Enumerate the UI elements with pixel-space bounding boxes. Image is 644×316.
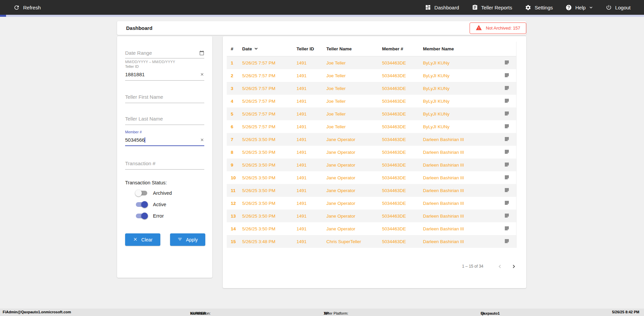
row-date: 5/26/25 3:50 PM (242, 163, 297, 168)
note-icon[interactable] (504, 226, 509, 232)
status-bar: FiAdmin@Qaxpauto1.onmicrosoft.com Workst… (0, 309, 644, 316)
switch-knob (141, 213, 148, 219)
row-member-name: ByLyJI KUNy (423, 73, 500, 78)
transaction-number-field[interactable]: Transaction # (125, 157, 204, 170)
column-header-member-number[interactable]: Member # (382, 46, 423, 51)
page-title: Dashboard (126, 25, 152, 31)
error-toggle-label: Error (153, 213, 164, 219)
nav-dashboard[interactable]: Dashboard (425, 4, 459, 10)
table-row[interactable]: 13 5/26/25 3:50 PM 1491 Jane Operator 50… (227, 210, 516, 222)
row-member-number: 5034463DE (382, 163, 423, 168)
nav-help[interactable]: Help (566, 4, 593, 11)
column-header-date[interactable]: Date (242, 46, 297, 52)
teller-id-label: Teller ID (125, 64, 204, 69)
transaction-status-label: Transaction Status: (125, 180, 204, 185)
table-row[interactable]: 9 5/26/25 3:50 PM 1491 Jane Operator 503… (227, 159, 516, 171)
table-row[interactable]: 2 5/26/25 7:57 PM 1491 Joe Teller 503446… (227, 69, 516, 82)
clear-button[interactable]: Clear (125, 233, 160, 246)
active-switch[interactable] (136, 202, 147, 207)
sort-descending-icon (254, 46, 258, 52)
teller-last-name-field[interactable]: Teller Last Name (125, 113, 204, 125)
row-teller-id: 1491 (297, 124, 326, 129)
table-row[interactable]: 15 5/26/25 3:48 PM 1491 Chris SuperTelle… (227, 235, 516, 248)
date-range-field[interactable]: Date Range (125, 48, 204, 58)
row-teller-id: 1491 (297, 214, 326, 219)
table-row[interactable]: 5 5/26/25 7:57 PM 1491 Joe Teller 503446… (227, 107, 516, 120)
power-icon (606, 4, 612, 10)
toggle-active[interactable]: Active (136, 201, 204, 208)
nav-teller-reports-label: Teller Reports (481, 5, 513, 10)
row-date: 5/26/25 3:50 PM (242, 188, 297, 193)
apply-button[interactable]: Apply (170, 233, 205, 246)
close-icon (133, 237, 138, 243)
table-row[interactable]: 14 5/26/25 3:50 PM 1491 Jane Operator 50… (227, 222, 516, 235)
refresh-button[interactable]: Refresh (13, 4, 41, 11)
table-row[interactable]: 8 5/26/25 3:50 PM 1491 Jane Operator 503… (227, 146, 516, 159)
note-icon[interactable] (504, 162, 509, 168)
nav-settings[interactable]: Settings (525, 4, 553, 11)
table-row[interactable]: 11 5/26/25 3:50 PM 1491 Jane Operator 50… (227, 184, 516, 197)
gear-icon (525, 4, 531, 11)
member-number-field[interactable]: 5034566 (125, 134, 204, 146)
member-number-value: 5034566 (125, 137, 145, 143)
teller-id-field[interactable]: 1881881 (125, 69, 204, 81)
note-icon[interactable] (504, 124, 509, 130)
note-icon[interactable] (504, 85, 509, 92)
note-icon[interactable] (504, 213, 509, 219)
row-number: 5 (231, 111, 242, 117)
table-row[interactable]: 10 5/26/25 3:50 PM 1491 Jane Operator 50… (227, 171, 516, 184)
column-header-teller-id[interactable]: Teller ID (297, 46, 326, 51)
next-page-button[interactable] (511, 264, 516, 269)
note-icon[interactable] (504, 136, 509, 143)
teller-id-clear-icon[interactable] (200, 72, 204, 77)
note-icon[interactable] (504, 187, 509, 194)
row-teller-id: 1491 (297, 99, 326, 104)
table-row[interactable]: 6 5/26/25 7:57 PM 1491 Joe Teller 503446… (227, 120, 516, 133)
calendar-icon[interactable] (199, 50, 204, 55)
nav-help-label: Help (575, 5, 586, 10)
note-icon[interactable] (504, 149, 509, 155)
row-number: 2 (231, 73, 242, 78)
note-icon[interactable] (504, 111, 509, 117)
note-icon[interactable] (504, 98, 509, 104)
note-icon[interactable] (504, 73, 509, 79)
archived-switch[interactable] (136, 191, 147, 195)
row-number: 10 (231, 175, 242, 180)
row-teller-id: 1491 (297, 226, 326, 231)
nav-teller-reports[interactable]: Teller Reports (472, 4, 513, 10)
apply-button-label: Apply (186, 237, 198, 242)
member-number-clear-icon[interactable] (200, 138, 204, 142)
row-teller-name: Jane Operator (326, 214, 382, 219)
table-row[interactable]: 1 5/26/25 7:57 PM 1491 Joe Teller 503446… (227, 56, 516, 69)
not-archived-badge[interactable]: Not Archived: 157 (470, 22, 526, 34)
row-number: 13 (231, 214, 242, 219)
table-row[interactable]: 3 5/26/25 7:57 PM 1491 Joe Teller 503446… (227, 82, 516, 95)
note-icon[interactable] (504, 200, 509, 207)
table-row[interactable]: 4 5/26/25 7:57 PM 1491 Joe Teller 503446… (227, 95, 516, 107)
toggle-archived[interactable]: Archived (136, 189, 204, 197)
row-teller-name: Joe Teller (326, 60, 382, 65)
column-header-teller-name[interactable]: Teller Name (326, 46, 382, 51)
toggle-error[interactable]: Error (136, 212, 204, 220)
column-header-member-name[interactable]: Member Name (423, 46, 500, 51)
note-icon[interactable] (504, 238, 509, 245)
progress-bar-fill (0, 15, 6, 17)
row-teller-id: 1491 (297, 163, 326, 168)
row-member-name: ByLyJI KUNy (423, 124, 500, 129)
row-date: 5/26/25 3:50 PM (242, 214, 297, 219)
error-switch[interactable] (136, 214, 147, 218)
note-icon[interactable] (504, 175, 509, 181)
teller-first-name-field[interactable]: Teller First Name (125, 91, 204, 103)
row-member-number: 5034463DE (382, 239, 423, 244)
table-row[interactable]: 7 5/26/25 3:50 PM 1491 Jane Operator 503… (227, 133, 516, 146)
nav-logout[interactable]: Logout (606, 4, 631, 10)
previous-page-button[interactable] (497, 264, 502, 269)
row-date: 5/26/25 3:50 PM (242, 201, 297, 206)
table-row[interactable]: 12 5/26/25 3:50 PM 1491 Jane Operator 50… (227, 197, 516, 210)
row-date: 5/26/25 3:48 PM (242, 239, 297, 244)
column-header-num[interactable]: # (231, 46, 242, 51)
note-icon[interactable] (504, 60, 509, 66)
row-teller-name: Joe Teller (326, 124, 382, 129)
row-teller-id: 1491 (297, 239, 326, 244)
nav-logout-label: Logout (615, 5, 631, 10)
